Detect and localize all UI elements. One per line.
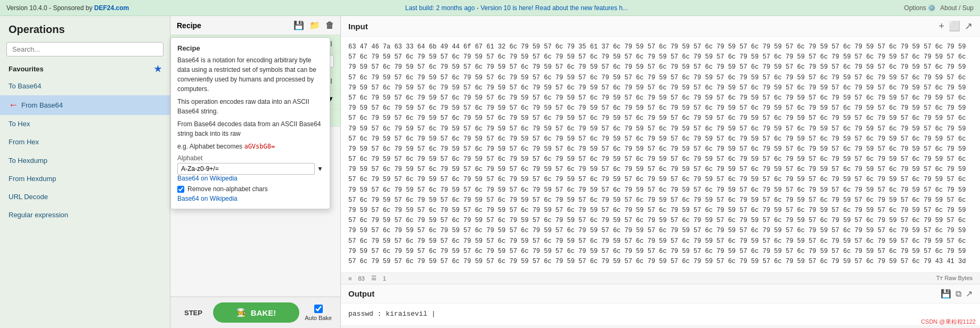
wiki-link-text: Base64 [177, 175, 199, 182]
sidebar: Operations Favourites ★ To Base64 ← From… [0, 16, 170, 328]
about-link[interactable]: About / Sup [940, 4, 974, 12]
output-header: Output 💾 ⧉ ↗ [341, 284, 980, 304]
raw-bytes-icon: Tᴛ [936, 275, 943, 281]
sponsor-link[interactable]: DEF24.com [94, 4, 129, 12]
recipe-header: Recipe 💾 📁 🗑 [170, 16, 340, 35]
wiki-link[interactable]: Base64 on Wikipedia [177, 175, 238, 182]
bake-bar: STEP 👨‍🍳 BAKE! Auto Bake [170, 297, 340, 328]
sidebar-item-label: To Hex [9, 120, 30, 128]
input-window-icon[interactable]: ⬜ [949, 20, 960, 32]
auto-bake-checkbox[interactable] [314, 305, 323, 313]
right-panel: Input + ⬜ ↗ 63 47 46 7a 63 33 64 6b 49 4… [341, 16, 980, 328]
folder-icon[interactable]: 📁 [309, 20, 320, 30]
remove-chars-label: Remove non-alphabet chars [187, 185, 268, 193]
input-add-icon[interactable]: + [938, 21, 944, 32]
from-desc-text: From Base64 decodes data from an ASCII B… [177, 120, 321, 137]
options-link[interactable]: Options ⚙️ [904, 4, 936, 12]
tooltip-example: e.g. Alphabet becomes aGVsbG8= [177, 142, 323, 151]
remove-chars-row: Remove non-alphabet chars [177, 185, 323, 193]
example-text: e.g. Alphabet becomes [177, 143, 244, 150]
input-char-count-icon: ≡ [348, 275, 352, 282]
wiki-link-2-text: Base64 [177, 195, 199, 202]
output-footer: ≡ 20 ☰ 1 🕐 2ms Tᴛ Raw Bytes [341, 325, 980, 328]
auto-bake-area: Auto Bake [305, 305, 332, 321]
raw-bytes-label: Raw Bytes [944, 275, 973, 281]
watermark: CSDN @果粒程1122 [921, 318, 976, 326]
top-banner: Version 10.4.0 - Sponsored by DEF24.com … [0, 0, 980, 16]
sidebar-item-label: Regular expression [9, 211, 68, 219]
build-link[interactable]: Last build: 2 months ago - Version 10 is… [405, 4, 628, 12]
tooltip-desc1: Base64 is a notation for encoding arbitr… [177, 55, 323, 94]
wiki-link-2[interactable]: Base64 on Wikipedia [177, 195, 238, 202]
sidebar-item-from-hex[interactable]: From Hex [0, 133, 170, 151]
tooltip-overlay: Recipe Base64 is a notation for encoding… [170, 37, 330, 209]
alphabet-select-row: ▼ [177, 163, 323, 175]
second-wiki-link-row: Base64 on Wikipedia [177, 195, 323, 202]
recipe-toolbar: 💾 📁 🗑 [293, 20, 334, 30]
input-line-count-icon: ☰ [371, 275, 377, 282]
sidebar-item-label: To Hexdump [9, 157, 47, 165]
favourites-header: Favourites ★ [0, 61, 170, 77]
input-section: Input + ⬜ ↗ 63 47 46 7a 63 33 64 6b 49 4… [341, 16, 980, 284]
sidebar-item-from-hexdump[interactable]: From Hexdump [0, 170, 170, 188]
red-arrow-icon: ← [9, 100, 18, 111]
wiki-suffix-2: on Wikipedia [199, 195, 238, 202]
input-text: 63 47 46 7a 63 33 64 6b 49 44 6f 67 61 3… [341, 37, 980, 272]
bake-chef-icon: 👨‍🍳 [236, 308, 247, 317]
build-info: Last build: 2 months ago - Version 10 is… [405, 4, 628, 12]
sidebar-item-to-hexdump[interactable]: To Hexdump [0, 152, 170, 170]
output-text: passwd : kiraisevil | [341, 304, 980, 325]
sidebar-item-label: URL Decode [9, 193, 48, 201]
tooltip-heading: Recipe [177, 44, 323, 52]
input-content: 63 47 46 7a 63 33 64 6b 49 44 6f 67 61 3… [348, 43, 966, 265]
output-section: Output 💾 ⧉ ↗ passwd : kiraisevil | ≡ 20 … [341, 284, 980, 328]
output-title: Output [348, 289, 374, 298]
output-save-icon[interactable]: 💾 [941, 289, 951, 299]
sidebar-item-to-base64[interactable]: To Base64 [0, 77, 170, 95]
tooltip-from-desc: From Base64 decodes data from an ASCII B… [177, 119, 323, 138]
sidebar-item-url-decode[interactable]: URL Decode [0, 188, 170, 206]
step-button[interactable]: STEP [179, 306, 208, 320]
sidebar-item-label: From Hexdump [9, 175, 56, 183]
sidebar-item-regexp[interactable]: Regular expression [0, 206, 170, 224]
input-footer: ≡ 83 ☰ 1 Tᴛ Raw Bytes [341, 272, 980, 284]
example-code: aGVsbG8= [244, 143, 275, 150]
dropdown-icon[interactable]: ▼ [317, 165, 323, 173]
input-header-icons: + ⬜ ↗ [938, 20, 973, 32]
remove-chars-checkbox[interactable] [177, 186, 184, 193]
sidebar-item-from-base64[interactable]: ← From Base64 [0, 95, 170, 115]
delete-icon[interactable]: 🗑 [325, 21, 334, 30]
watermark-text: CSDN @果粒程1122 [921, 318, 976, 325]
search-input[interactable] [6, 42, 164, 56]
output-expand-icon[interactable]: ↗ [966, 289, 973, 299]
sidebar-item-label: From Hex [9, 138, 39, 146]
alphabet-input[interactable] [177, 163, 315, 175]
output-copy-icon[interactable]: ⧉ [956, 289, 961, 299]
tooltip-desc2: This operation encodes raw data into an … [177, 97, 323, 116]
sidebar-item-label: To Base64 [9, 82, 41, 90]
bake-button[interactable]: 👨‍🍳 BAKE! [213, 302, 299, 323]
recipe-area: Recipe Base64 is a notation for encoding… [170, 16, 341, 328]
favourites-label: Favourites [9, 65, 44, 73]
alphabet-label-text: Alphabet [177, 154, 202, 162]
output-content: passwd : kiraisevil | [348, 310, 436, 318]
star-icon: ★ [154, 64, 161, 74]
wiki-suffix: on Wikipedia [199, 175, 238, 182]
input-expand-icon[interactable]: ↗ [965, 20, 973, 32]
sidebar-item-to-hex[interactable]: To Hex [0, 115, 170, 133]
options-label: Options [904, 4, 926, 12]
input-raw-bytes[interactable]: Tᴛ Raw Bytes [936, 275, 973, 282]
input-title: Input [348, 22, 368, 31]
bake-label: BAKE! [251, 308, 276, 317]
input-line-count: 1 [383, 275, 386, 282]
version-text: Version 10.4.0 - Sponsored by [6, 4, 94, 12]
auto-bake-label: Auto Bake [305, 315, 332, 321]
input-char-count: 83 [358, 275, 364, 282]
version-info: Version 10.4.0 - Sponsored by DEF24.com [6, 4, 129, 12]
recipe-title: Recipe [177, 21, 201, 30]
options-area: Options ⚙️ About / Sup [904, 4, 974, 12]
save-icon[interactable]: 💾 [293, 20, 304, 30]
alphabet-label: Alphabet [177, 154, 323, 162]
sidebar-item-label: From Base64 [21, 101, 63, 109]
input-header: Input + ⬜ ↗ [341, 16, 980, 37]
